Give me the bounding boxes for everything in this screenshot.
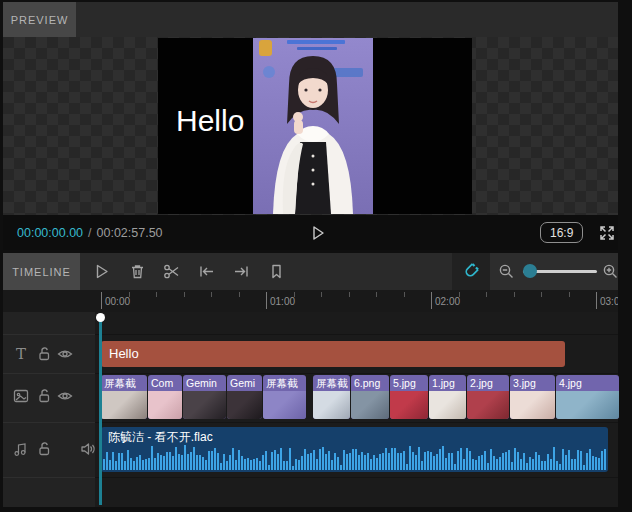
preview-video-frame[interactable]: Hello <box>158 38 472 214</box>
timecode-display: 00:00:00.00 / 00:02:57.50 <box>17 215 163 250</box>
ruler-minor-tick <box>459 292 460 297</box>
image-track-lock-icon[interactable] <box>35 387 53 405</box>
video-clip[interactable]: 1.jpg <box>429 375 466 419</box>
jump-to-start-icon[interactable] <box>197 262 216 281</box>
ruler-major-tick <box>431 292 432 309</box>
timeline-play-button[interactable] <box>92 262 111 281</box>
split-clip-icon[interactable] <box>162 262 181 281</box>
ruler-minor-tick <box>129 292 130 297</box>
timeline-tracks: T <box>3 312 618 507</box>
audio-track-lock-icon[interactable] <box>35 440 53 458</box>
video-clip-thumbnail <box>556 391 619 419</box>
ruler-minor-tick <box>294 292 295 297</box>
video-clip-label: 3.jpg <box>510 375 555 391</box>
video-clip[interactable]: Gemin <box>183 375 226 419</box>
video-clip[interactable]: 6.png <box>351 375 389 419</box>
ruler-minor-tick <box>404 292 405 297</box>
video-clip-thumbnail <box>148 391 182 419</box>
video-clip[interactable]: 屏幕截 <box>313 375 350 419</box>
video-clip-label: 屏幕截 <box>313 375 350 391</box>
tab-preview[interactable]: PREVIEW <box>3 2 76 37</box>
video-clip[interactable]: 3.jpg <box>510 375 555 419</box>
ruler-major-tick <box>596 292 597 309</box>
video-clip-thumbnail <box>390 391 428 419</box>
audio-waveform <box>103 443 607 470</box>
video-clip-thumbnail <box>183 391 226 419</box>
ruler-label: 02:00 <box>435 296 460 307</box>
preview-controls: 00:00:00.00 / 00:02:57.50 16:9 <box>3 215 618 250</box>
video-clip-thumbnail <box>101 391 147 419</box>
playhead-handle[interactable] <box>96 313 105 322</box>
timeline-zoom-slider[interactable] <box>523 270 597 273</box>
video-clip[interactable]: 屏幕截 <box>101 375 147 419</box>
ruler-minor-tick <box>376 292 377 297</box>
video-clip-label: 屏幕截 <box>263 375 306 391</box>
text-track-icon: T <box>12 345 30 363</box>
preview-video-still <box>253 38 373 214</box>
aspect-ratio-label: 16:9 <box>550 226 573 240</box>
video-clip-label: Gemi <box>227 375 262 391</box>
zoom-slider-handle[interactable] <box>523 264 537 278</box>
image-track-visibility-icon[interactable] <box>56 387 74 405</box>
ruler-minor-tick <box>184 292 185 297</box>
video-clip-thumbnail <box>467 391 509 419</box>
text-overlay[interactable]: Hello <box>176 104 244 138</box>
ruler-minor-tick <box>321 292 322 297</box>
timeline-ruler[interactable]: 00:0001:0002:0003:00 <box>3 290 618 312</box>
ruler-major-tick <box>101 292 102 309</box>
bookmark-icon[interactable] <box>267 262 286 281</box>
ruler-minor-tick <box>569 292 570 297</box>
zoom-out-icon[interactable] <box>497 262 516 281</box>
video-clip[interactable]: Gemi <box>227 375 262 419</box>
total-time: 00:02:57.50 <box>97 226 163 240</box>
text-track-lock-icon[interactable] <box>35 345 53 363</box>
ruler-minor-tick <box>211 292 212 297</box>
tab-timeline[interactable]: TIMELINE <box>3 253 80 290</box>
video-clip-thumbnail <box>429 391 466 419</box>
ruler-minor-tick <box>349 292 350 297</box>
video-clip[interactable]: Com <box>148 375 182 419</box>
zoom-in-icon[interactable] <box>601 262 620 281</box>
audio-clip[interactable]: 陈毓洁 - 看不开.flac <box>101 427 608 472</box>
ruler-minor-tick <box>514 292 515 297</box>
ruler-major-tick <box>266 292 267 309</box>
track-headers: T <box>3 312 95 507</box>
preview-tab-label: PREVIEW <box>11 14 69 26</box>
aspect-ratio-button[interactable]: 16:9 <box>540 222 583 243</box>
track-lanes: Hello 屏幕截ComGeminGemi屏幕截屏幕截6.png5.jpg1.j… <box>95 312 618 507</box>
preview-play-button[interactable] <box>309 224 327 242</box>
magnet-icon <box>461 261 481 281</box>
delete-clip-icon[interactable] <box>128 262 147 281</box>
video-clip-label: 4.jpg <box>556 375 619 391</box>
text-clip[interactable]: Hello <box>101 341 565 367</box>
timeline-toolbar: TIMELINE <box>3 253 618 290</box>
video-clip[interactable]: 2.jpg <box>467 375 509 419</box>
video-clip-label: 5.jpg <box>390 375 428 391</box>
current-time: 00:00:00.00 <box>17 226 83 240</box>
text-track-visibility-icon[interactable] <box>56 345 74 363</box>
ruler-label: 00:00 <box>105 296 130 307</box>
snap-toggle-button[interactable] <box>452 253 490 290</box>
ruler-minor-tick <box>486 292 487 297</box>
preview-tabbar: PREVIEW <box>3 2 618 37</box>
video-clip[interactable]: 4.jpg <box>556 375 619 419</box>
video-clip-label: Com <box>148 375 182 391</box>
image-track-icon <box>12 387 30 405</box>
video-clip-label: 6.png <box>351 375 389 391</box>
jump-to-end-icon[interactable] <box>232 262 251 281</box>
ruler-label: 03:00 <box>600 296 618 307</box>
video-editor-window: PREVIEW Hello <box>0 0 632 512</box>
ruler-minor-tick <box>156 292 157 297</box>
video-clip[interactable]: 5.jpg <box>390 375 428 419</box>
video-clip-thumbnail <box>227 391 262 419</box>
video-clip-thumbnail <box>263 391 306 419</box>
playhead-line[interactable] <box>99 317 102 505</box>
video-clip-label: 2.jpg <box>467 375 509 391</box>
video-clip-thumbnail <box>351 391 389 419</box>
fullscreen-icon[interactable] <box>598 224 616 242</box>
video-clip-label: Gemin <box>183 375 226 391</box>
video-clip[interactable]: 屏幕截 <box>263 375 306 419</box>
ruler-label: 01:00 <box>270 296 295 307</box>
preview-stage: Hello <box>3 37 618 215</box>
ruler-minor-tick <box>541 292 542 297</box>
